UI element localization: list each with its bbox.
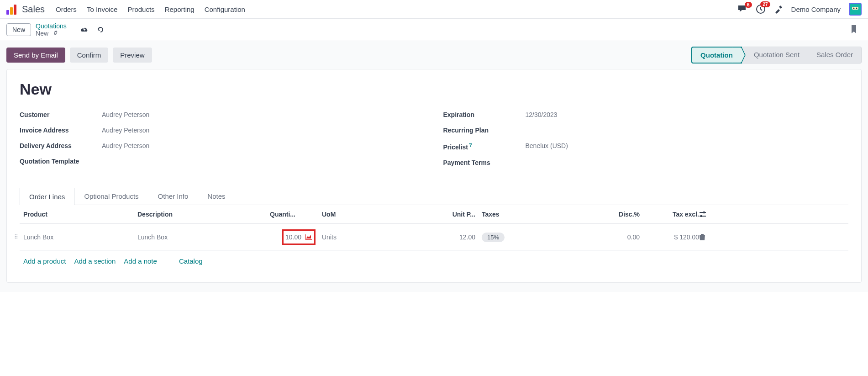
cloud-icon[interactable] [80, 26, 89, 33]
header-tax-excl: Tax excl. [640, 211, 699, 218]
tab-notes[interactable]: Notes [198, 187, 235, 205]
status-quotation[interactable]: Quotation [691, 47, 742, 64]
columns-adjust-icon[interactable] [699, 211, 713, 217]
drag-handle-icon[interactable]: ⠿ [14, 234, 18, 240]
svg-rect-6 [700, 215, 702, 217]
help-icon[interactable]: ? [469, 142, 472, 148]
customer-label: Customer [20, 111, 102, 118]
expiration-label: Expiration [443, 111, 526, 118]
nav-configuration[interactable]: Configuration [205, 5, 245, 13]
breadcrumb-current: New [36, 30, 48, 37]
activity-badge: 27 [760, 1, 770, 7]
user-avatar[interactable] [849, 3, 862, 16]
send-email-button[interactable]: Send by Email [6, 48, 65, 63]
catalog-link[interactable]: Catalog [179, 257, 203, 265]
tab-optional-products[interactable]: Optional Products [74, 187, 148, 205]
add-note-link[interactable]: Add a note [124, 257, 157, 265]
tax-badge[interactable]: 15% [482, 233, 505, 242]
action-bar: Send by Email Confirm Preview Quotation … [6, 41, 862, 69]
top-nav: Orders To Invoice Products Reporting Con… [56, 5, 245, 13]
header-description: Description [137, 211, 270, 218]
delivery-address-label: Delivery Address [20, 142, 102, 149]
header-product: Product [23, 211, 137, 218]
top-navbar: Sales Orders To Invoice Products Reporti… [0, 0, 868, 19]
app-logo [6, 4, 17, 15]
delete-row-icon[interactable] [699, 233, 713, 241]
svg-point-3 [853, 8, 855, 9]
header-disc: Disc.% [612, 211, 640, 218]
pricelist-label: Pricelist? [443, 142, 526, 151]
cell-unit-price[interactable]: 12.00 [443, 233, 475, 241]
recurring-plan-label: Recurring Plan [443, 127, 526, 134]
quotation-template-label: Quotation Template [20, 158, 102, 165]
quantity-highlight: 10.00 [282, 229, 316, 245]
cell-uom[interactable]: Units [316, 233, 443, 241]
svg-point-4 [856, 8, 857, 9]
cell-disc[interactable]: 0.00 [612, 233, 640, 241]
nav-products[interactable]: Products [127, 5, 154, 13]
tab-order-lines[interactable]: Order Lines [20, 188, 74, 205]
add-product-link[interactable]: Add a product [23, 257, 66, 265]
svg-rect-5 [703, 212, 705, 213]
invoice-address-label: Invoice Address [20, 127, 102, 134]
invoice-address-value[interactable]: Audrey Peterson [102, 127, 149, 134]
forecast-chart-icon[interactable] [305, 234, 312, 240]
nav-reporting[interactable]: Reporting [165, 5, 195, 13]
chat-badge: 6 [745, 2, 752, 8]
confirm-button[interactable]: Confirm [70, 48, 109, 63]
header-uom: UoM [316, 211, 443, 218]
customer-value[interactable]: Audrey Peterson [102, 111, 149, 118]
cell-description[interactable]: Lunch Box [137, 233, 270, 241]
nav-to-invoice[interactable]: To Invoice [87, 5, 118, 13]
add-section-link[interactable]: Add a section [74, 257, 116, 265]
delivery-address-value[interactable]: Audrey Peterson [102, 142, 149, 149]
app-title[interactable]: Sales [22, 4, 45, 15]
preview-button[interactable]: Preview [113, 48, 152, 63]
header-quantity: Quanti... [270, 211, 316, 218]
status-quotation-sent[interactable]: Quotation Sent [742, 47, 808, 64]
gear-icon[interactable] [52, 30, 58, 37]
undo-icon[interactable] [97, 26, 104, 33]
header-taxes: Taxes [475, 211, 612, 218]
status-bar: Quotation Quotation Sent Sales Order [691, 47, 862, 64]
payment-terms-label: Payment Terms [443, 159, 526, 166]
page-title: New [20, 80, 848, 98]
bookmark-icon[interactable] [851, 25, 857, 34]
cell-taxes[interactable]: 15% [475, 233, 612, 241]
order-lines-table: Product Description Quanti... UoM Unit P… [20, 205, 848, 271]
activity-icon[interactable]: 27 [756, 4, 766, 14]
pricelist-value[interactable]: Benelux (USD) [526, 142, 568, 151]
cell-product[interactable]: Lunch Box [23, 233, 137, 241]
form-card: New Customer Audrey Peterson Invoice Add… [6, 69, 862, 283]
cell-tax-excl: $ 120.00 [640, 233, 699, 241]
new-button[interactable]: New [6, 23, 31, 36]
status-sales-order[interactable]: Sales Order [808, 47, 862, 64]
table-row[interactable]: ⠿ Lunch Box Lunch Box 10.00 Units 12.00 … [20, 224, 848, 251]
tools-icon[interactable] [774, 5, 783, 14]
breadcrumb-parent[interactable]: Quotations [36, 22, 67, 30]
breadcrumb-bar: New Quotations New [0, 19, 868, 41]
expiration-value[interactable]: 12/30/2023 [526, 111, 558, 118]
header-unit-price: Unit P... [443, 211, 475, 218]
cell-quantity[interactable]: 10.00 [270, 229, 316, 245]
svg-rect-2 [852, 7, 858, 10]
company-name[interactable]: Demo Company [791, 5, 841, 13]
nav-orders[interactable]: Orders [56, 5, 77, 13]
chat-icon[interactable]: 6 [737, 5, 747, 14]
tab-other-info[interactable]: Other Info [148, 187, 198, 205]
tabs: Order Lines Optional Products Other Info… [20, 187, 848, 205]
quantity-value[interactable]: 10.00 [285, 233, 301, 241]
